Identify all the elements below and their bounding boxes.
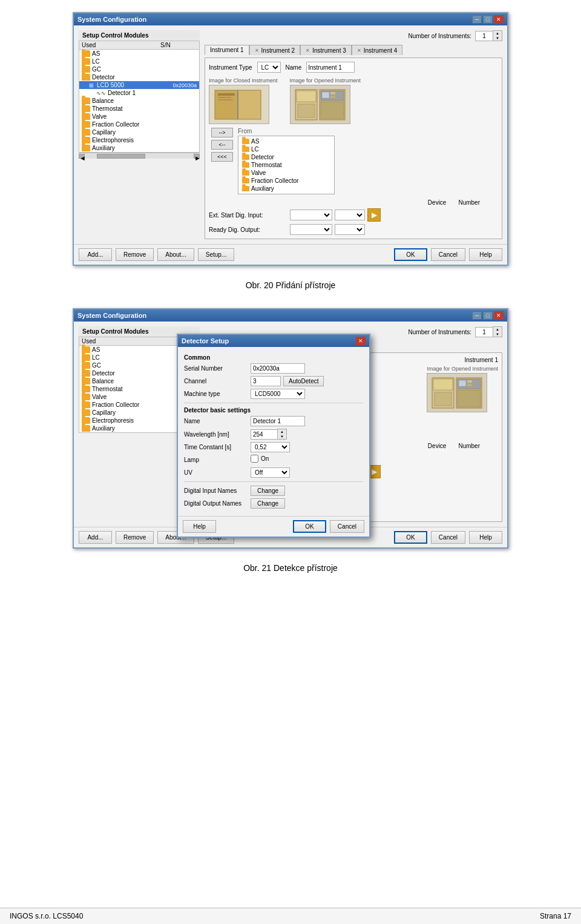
inst-type-row: Instrument Type LC Name [209,62,498,73]
tree-item-detector1[interactable]: ∿∿ Detector 1 [79,89,199,97]
from-list[interactable]: AS LC Detector [238,136,335,194]
tree-item-electrophoresis[interactable]: Electrophoresis [79,136,199,144]
left-panel-header: Setup Control Modules [79,30,200,41]
lamp-checkbox[interactable] [251,455,258,463]
maximize-button[interactable]: □ [483,15,493,24]
close-button[interactable]: ✕ [494,15,504,24]
tree-item-auxiliary[interactable]: Auxiliary [79,144,199,152]
num-instruments-spinner[interactable]: 1 ▲ ▼ [475,30,502,41]
arrow-left-all-btn[interactable]: <<< [211,152,233,162]
tree-item-fraction[interactable]: Fraction Collector [79,120,199,128]
minimize-button2[interactable]: ─ [472,311,482,320]
closed-image-container: Image for Closed Instrument [209,78,278,124]
inst-images-row: Image for Closed Instrument [209,78,498,124]
help-button2[interactable]: Help [469,531,502,544]
from-section: --> <-- <<< From AS [209,128,498,194]
digital-input-label: Digital Input Names [184,487,251,494]
hscrollbar[interactable]: ◄ ► [79,153,200,159]
digital-input-change-btn[interactable]: Change [251,486,285,496]
wavelength-spinner[interactable]: ▲ ▼ [251,429,287,440]
minimize-button[interactable]: ─ [472,15,482,24]
from-item-lc[interactable]: LC [240,145,333,153]
tree-item-valve[interactable]: Valve [79,113,199,120]
tree-label-capillary: Capillary [92,129,116,136]
device-icon-lcd5000: ⊞ [89,82,94,88]
time-constant-row: Time Constant [s] 0,52 [184,442,363,452]
scroll-right[interactable]: ► [194,154,200,159]
from-item-fraction[interactable]: Fraction Collector [240,177,333,185]
scroll-left[interactable]: ◄ [79,154,85,159]
tree-item-gc[interactable]: GC [79,65,199,73]
tree-item-as[interactable]: AS [79,50,199,58]
about-button[interactable]: About... [157,248,194,261]
from-item-valve[interactable]: Valve [240,169,333,177]
num-up-arrow[interactable]: ▲ [493,31,502,36]
setup-help-button[interactable]: Help [183,520,216,533]
tab-instrument2[interactable]: ✕ Instrument 2 [249,45,301,55]
tree-item-balance[interactable]: Balance [79,97,199,105]
book-svg [212,87,266,122]
tree-item-capillary[interactable]: Capillary [79,128,199,136]
setup-button[interactable]: Setup... [198,248,234,261]
tree-item-lcd5000[interactable]: ⊞ LCD 5000 0x20030a [79,81,199,89]
close-button2[interactable]: ✕ [494,311,504,320]
remove-button[interactable]: Remove [116,248,154,261]
num2-down-arrow[interactable]: ▼ [493,332,502,337]
digital-output-change-btn[interactable]: Change [251,498,285,509]
channel-input[interactable] [251,376,281,386]
tree-item-thermostat[interactable]: Thermostat [79,105,199,113]
add-button2[interactable]: Add... [79,531,112,544]
detector-close-button[interactable]: ✕ [356,337,366,345]
inst-name-input[interactable] [306,62,355,73]
inst-type-select[interactable]: LC [257,62,281,73]
remove-button2[interactable]: Remove [116,531,154,544]
tab3-close: ✕ [306,48,310,53]
tab-instrument3[interactable]: ✕ Instrument 3 [300,45,352,55]
det-name-input[interactable] [251,416,305,426]
num-down-arrow[interactable]: ▼ [493,36,502,41]
cancel-button2[interactable]: Cancel [431,531,465,544]
machine-type-select[interactable]: LCD5000 [251,389,305,399]
ready-device-select[interactable] [290,224,332,235]
wavelength-down[interactable]: ▼ [278,434,286,439]
tab-instrument1[interactable]: Instrument 1 [205,45,249,55]
svg-rect-23 [435,392,451,406]
setup-cancel-button[interactable]: Cancel [330,520,364,533]
tree-item-lc[interactable]: LC [79,58,199,65]
tree-label-lcd5000: LCD 5000 [97,82,124,88]
maximize-button2[interactable]: □ [483,311,493,320]
tree-label-valve: Valve [92,113,107,120]
ok-button1[interactable]: OK [394,248,427,261]
uv-select[interactable]: Off On [251,467,290,478]
scroll-thumb[interactable] [97,154,145,159]
from-item-thermostat[interactable]: Thermostat [240,161,333,169]
tab2-close: ✕ [255,48,259,53]
from-item-as[interactable]: AS [240,137,333,145]
setup-ok-button[interactable]: OK [293,520,326,533]
caption1: Obr. 20 Přidání přístroje [246,280,336,290]
help-button1[interactable]: Help [469,248,502,261]
time-constant-select[interactable]: 0,52 [251,442,290,452]
from-item-detector[interactable]: Detector [240,153,333,161]
cancel-button1[interactable]: Cancel [431,248,465,261]
autodetect-button[interactable]: AutoDetect [283,376,324,386]
tree-label-balance: Balance [92,97,114,104]
ext-start-device-select[interactable] [290,210,332,220]
ext-start-number-select[interactable] [335,210,365,220]
ext-start-button[interactable]: ▶ [367,208,381,222]
wavelength-up[interactable]: ▲ [278,429,286,434]
serial-number-input[interactable] [251,363,305,374]
num-instruments2-spinner[interactable]: 1 ▲ ▼ [475,326,502,337]
ready-number-select[interactable] [335,224,365,235]
tree-label-lc: LC [92,58,100,65]
ok-button2[interactable]: OK [394,531,427,544]
num2-up-arrow[interactable]: ▲ [493,327,502,332]
arrow-right-btn[interactable]: --> [211,128,233,137]
add-button[interactable]: Add... [79,248,112,261]
from-item-auxiliary[interactable]: Auxiliary [240,185,333,193]
wavelength-input[interactable] [251,429,278,440]
tree-item-detector[interactable]: Detector [79,73,199,81]
tab2-label: Instrument 2 [261,47,295,54]
arrow-left-btn[interactable]: <-- [211,140,233,150]
tab-instrument4[interactable]: ✕ Instrument 4 [352,45,403,55]
